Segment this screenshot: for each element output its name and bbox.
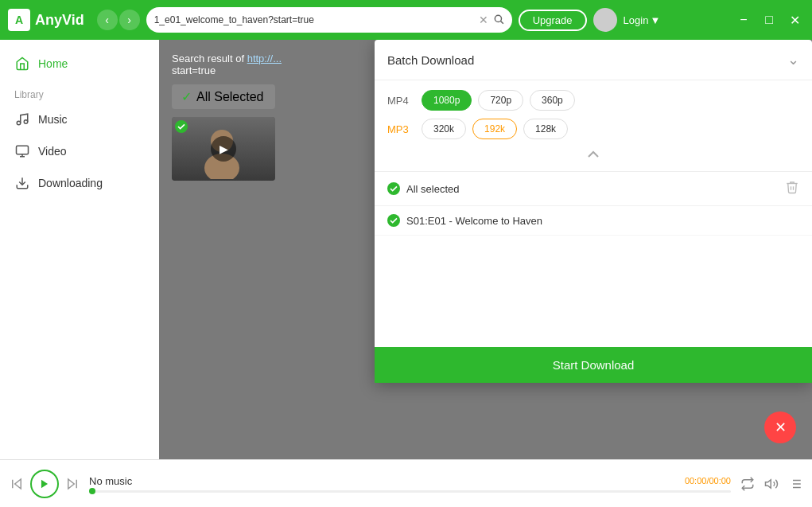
all-selected-badge: ✓ All Selected [172,84,275,109]
bottom-player: No music 00:00/00:00 [0,459,812,507]
player-controls [10,470,80,498]
close-button[interactable]: ✕ [785,10,804,29]
start-download-button[interactable]: Start Download [375,347,812,383]
login-label: Login [624,14,649,26]
mp3-label: MP3 [387,123,415,135]
item-check-icon [387,214,400,227]
format-section: MP4 1080p 720p 360p MP3 320k 192k 128k [375,80,812,172]
resolution-720p-button[interactable]: 720p [478,90,523,111]
chevron-down-icon: ▼ [650,14,660,26]
delete-icon[interactable] [785,180,799,197]
svg-point-10 [387,214,400,227]
url-suffix: start=true [172,64,216,76]
all-selected-label: All Selected [196,90,264,104]
svg-point-0 [495,15,501,21]
svg-marker-13 [41,479,48,488]
time-display: 00:00/00:00 [685,476,731,486]
download-icon [14,175,30,191]
url-bar[interactable]: 1_e01_welcome_to_haven?start=true ✕ [146,7,512,33]
sidebar-music-label: Music [38,113,68,126]
bitrate-192k-button[interactable]: 192k [472,119,517,139]
format-collapse-arrow[interactable] [387,147,799,162]
forward-button[interactable]: › [119,10,140,30]
search-icon[interactable] [493,14,504,27]
svg-line-1 [500,21,503,23]
music-icon [14,111,30,127]
sidebar: Home Library Music Video [0,40,159,459]
progress-bar[interactable] [89,490,731,493]
playlist-button[interactable] [788,477,802,491]
minimize-button[interactable]: − [734,10,753,29]
player-right-controls [740,477,802,491]
window-controls: − □ ✕ [734,10,804,29]
login-button[interactable]: Login ▼ [624,14,661,26]
items-section: All selected S01:E01 - Welcome to Haven [375,172,812,236]
home-icon [14,56,30,72]
resolution-1080p-button[interactable]: 1080p [422,90,472,111]
volume-button[interactable] [764,477,779,491]
all-selected-check: ✓ [181,89,192,104]
svg-point-2 [17,121,21,125]
search-url-link[interactable]: http://... [247,53,282,64]
url-clear-icon[interactable]: ✕ [479,14,488,26]
sidebar-item-home[interactable]: Home [0,48,159,80]
sidebar-library-section: Library [0,80,159,103]
content-area: Search result of http://... start=true ✓… [159,40,812,459]
video-thumbnail[interactable]: ▶ [172,117,275,181]
svg-marker-14 [68,479,75,489]
mp3-format-row: MP3 320k 192k 128k [387,119,799,139]
app-name: AnyVid [35,12,84,29]
logo-icon: A [8,9,30,31]
nav-arrows: ‹ › [97,10,140,30]
repeat-button[interactable] [740,477,755,491]
progress-dot [89,488,95,494]
track-info: No music 00:00/00:00 [89,475,731,493]
url-text: 1_e01_welcome_to_haven?start=true [154,14,474,25]
maximize-button[interactable]: □ [760,10,779,29]
play-pause-button[interactable] [30,470,59,498]
batch-panel: Batch Download ⌄ MP4 1080p 720p 360p MP3… [375,40,812,383]
main-content: Home Library Music Video [0,40,812,459]
sidebar-video-label: Video [38,145,67,158]
close-panel-button[interactable]: ✕ [764,411,796,443]
sidebar-item-downloading[interactable]: Downloading [0,167,159,199]
mp4-format-row: MP4 1080p 720p 360p [387,90,799,111]
batch-collapse-button[interactable]: ⌄ [787,51,799,68]
mp4-label: MP4 [387,95,415,107]
all-selected-check-icon [387,182,400,195]
play-overlay-button[interactable]: ▶ [211,136,236,162]
sidebar-item-music[interactable]: Music [0,103,159,135]
sidebar-downloading-label: Downloading [38,177,103,189]
upgrade-button[interactable]: Upgrade [519,10,587,31]
track-name: No music [89,475,132,487]
sidebar-home-label: Home [38,57,68,70]
avatar [593,8,617,32]
resolution-360p-button[interactable]: 360p [530,90,575,111]
bitrate-320k-button[interactable]: 320k [422,119,466,139]
all-selected-text: All selected [406,183,459,195]
panel-spacer [375,236,812,347]
svg-point-8 [175,120,188,133]
sidebar-item-video[interactable]: Video [0,135,159,167]
bitrate-128k-button[interactable]: 128k [523,119,568,139]
items-header: All selected [375,172,812,206]
title-bar: A AnyVid ‹ › 1_e01_welcome_to_haven?star… [0,0,812,40]
video-check-icon [175,120,188,136]
svg-marker-16 [766,479,771,488]
app-logo: A AnyVid [8,9,84,31]
prev-track-button[interactable] [10,477,24,491]
item-row: S01:E01 - Welcome to Haven [375,206,812,236]
back-button[interactable]: ‹ [97,10,118,30]
svg-point-9 [387,182,400,195]
item-title: S01:E01 - Welcome to Haven [406,215,542,227]
batch-title: Batch Download [387,53,474,67]
svg-rect-4 [17,146,29,154]
items-all-selected: All selected [387,182,459,195]
svg-marker-11 [15,479,21,489]
batch-header: Batch Download ⌄ [375,40,812,80]
next-track-button[interactable] [65,477,80,491]
video-icon [14,143,30,159]
svg-point-3 [24,120,28,124]
